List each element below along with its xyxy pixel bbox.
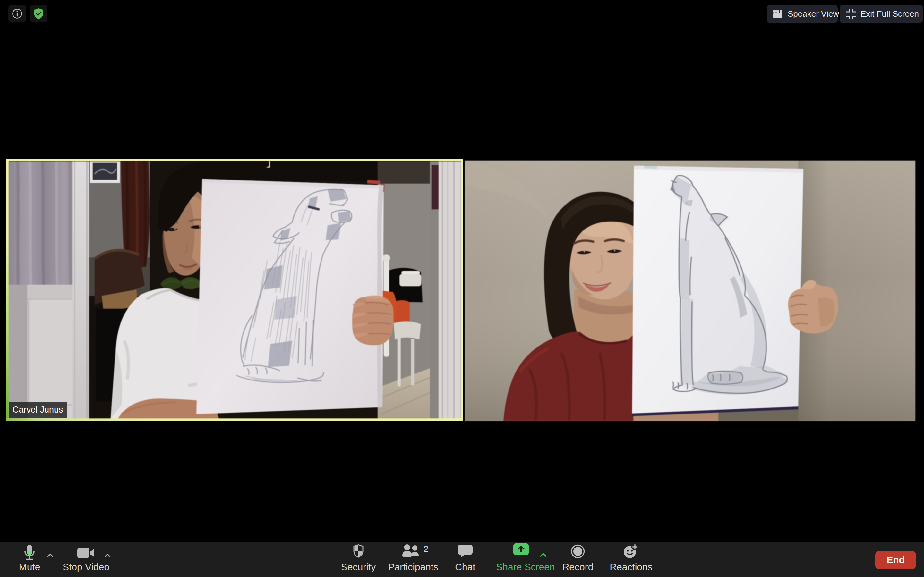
svg-text:2: 2: [423, 544, 429, 554]
